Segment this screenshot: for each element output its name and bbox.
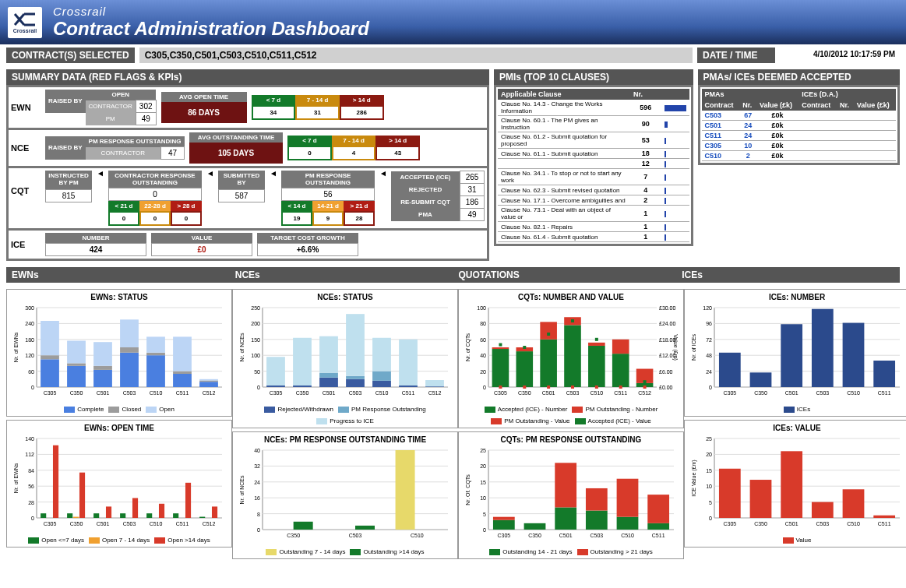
svg-rect-287 bbox=[750, 480, 772, 518]
pmi-row[interactable]: Clause No. 61.1 - Submit quotation18 bbox=[498, 149, 689, 159]
svg-rect-21 bbox=[67, 341, 86, 364]
svg-text:Nr. Of. CQTs: Nr. Of. CQTs bbox=[465, 474, 471, 505]
nce-avg-out: 105 DAYS bbox=[189, 143, 283, 164]
svg-text:120: 120 bbox=[25, 353, 34, 358]
svg-rect-184 bbox=[612, 354, 629, 387]
pmi-row[interactable]: Clause No. 17.1 - Overcome ambiguities a… bbox=[498, 195, 689, 206]
svg-rect-202 bbox=[619, 361, 622, 364]
svg-text:32: 32 bbox=[254, 463, 260, 469]
svg-text:84: 84 bbox=[28, 468, 34, 474]
page-title: Contract Administration Dashboard bbox=[53, 18, 369, 40]
svg-text:0: 0 bbox=[257, 385, 260, 390]
svg-text:£12.00: £12.00 bbox=[659, 353, 676, 358]
svg-text:C512: C512 bbox=[203, 521, 216, 526]
chart-nce-out[interactable]: NCEs: PM RESPONSE OUTSTANDING TIME081624… bbox=[232, 431, 458, 559]
svg-text:C305: C305 bbox=[497, 533, 510, 538]
svg-rect-41 bbox=[199, 379, 218, 381]
svg-text:£30.00: £30.00 bbox=[659, 305, 676, 311]
pma-row[interactable]: C5102£0k bbox=[702, 151, 897, 161]
pma-row[interactable]: C50367£0k bbox=[702, 111, 897, 121]
svg-rect-238 bbox=[617, 479, 639, 517]
chart-ewn-status[interactable]: EWNs: STATUS060120180240300Nr. of EWNsC3… bbox=[6, 289, 232, 417]
svg-rect-197 bbox=[499, 343, 502, 347]
pmi-row[interactable]: Clause No. 62.3 - Submit revised quotati… bbox=[498, 185, 689, 195]
svg-text:C511: C511 bbox=[878, 521, 891, 526]
svg-text:C503: C503 bbox=[816, 521, 829, 526]
contracts-selected[interactable]: C305,C350,C501,C503,C510,C511,C512 bbox=[139, 48, 693, 63]
chart-cqt-nv[interactable]: CQTs: NUMBER AND VALUE020406080100Nr. of… bbox=[458, 289, 684, 428]
svg-text:C510: C510 bbox=[411, 533, 424, 538]
svg-rect-145 bbox=[294, 522, 313, 530]
ice-row: ICE NUMBER 424 VALUE £0 TARGET COST GROW… bbox=[11, 233, 485, 256]
svg-text:20: 20 bbox=[706, 452, 712, 457]
svg-rect-295 bbox=[873, 516, 895, 518]
svg-rect-193 bbox=[571, 386, 574, 389]
svg-rect-72 bbox=[132, 498, 138, 519]
svg-rect-35 bbox=[173, 374, 192, 387]
svg-text:40: 40 bbox=[254, 448, 260, 453]
chart-ewn-open[interactable]: EWNs: OPEN TIME0285684112140Nr. of EWNsC… bbox=[6, 420, 232, 548]
ewn-avg-open: 86 DAYS bbox=[161, 102, 247, 123]
svg-rect-64 bbox=[79, 473, 85, 518]
svg-text:C511: C511 bbox=[614, 390, 627, 396]
svg-text:8: 8 bbox=[257, 512, 260, 517]
pma-row[interactable]: C51124£0k bbox=[702, 131, 897, 141]
svg-text:C510: C510 bbox=[590, 390, 603, 396]
svg-rect-148 bbox=[355, 526, 375, 530]
svg-text:C503: C503 bbox=[123, 521, 136, 526]
svg-text:C510: C510 bbox=[375, 390, 389, 396]
pmi-row[interactable]: Clause No. 82.1 - Repairs1 bbox=[498, 222, 689, 232]
svg-text:0: 0 bbox=[483, 527, 486, 533]
svg-text:C510: C510 bbox=[150, 390, 163, 396]
svg-rect-225 bbox=[493, 520, 515, 530]
pmi-row[interactable]: Clause No. 61.4 - Submit quotation1 bbox=[498, 232, 689, 242]
chart-cqt-out[interactable]: CQTs: PM RESPONSE OUTSTANDING0510152025N… bbox=[458, 431, 684, 559]
svg-text:80: 80 bbox=[480, 321, 486, 326]
chart-nce-status[interactable]: NCEs: STATUS050100150200250Nr. of NCEsC3… bbox=[232, 289, 458, 428]
svg-rect-117 bbox=[372, 381, 391, 387]
chart-ice-num[interactable]: ICEs: NUMBER024487296120Nr. of ICEsC305C… bbox=[684, 289, 906, 417]
ewn-row: EWN RAISED BY OPEN CONTRACTOR302 PM49 AV… bbox=[11, 90, 485, 125]
svg-text:C511: C511 bbox=[878, 390, 891, 396]
svg-text:56: 56 bbox=[28, 484, 34, 489]
svg-rect-258 bbox=[719, 353, 741, 387]
svg-text:0: 0 bbox=[31, 516, 34, 521]
svg-rect-176 bbox=[540, 322, 557, 339]
pmi-row[interactable]: Clause No. 34.1 - To stop or not to star… bbox=[498, 169, 689, 185]
svg-text:0: 0 bbox=[709, 385, 712, 390]
svg-text:24: 24 bbox=[706, 369, 712, 375]
svg-rect-200 bbox=[571, 319, 574, 322]
svg-rect-63 bbox=[73, 517, 79, 518]
svg-rect-268 bbox=[873, 361, 895, 387]
pmi-row[interactable]: Clause No. 14.3 - Change the Works Infor… bbox=[498, 100, 689, 116]
pma-row[interactable]: C30510£0k bbox=[702, 141, 897, 151]
svg-rect-169 bbox=[492, 349, 509, 387]
svg-rect-36 bbox=[173, 371, 192, 374]
svg-rect-80 bbox=[185, 483, 191, 518]
datetime-label: DATE / TIME bbox=[697, 48, 775, 63]
svg-rect-24 bbox=[93, 366, 112, 370]
svg-rect-74 bbox=[146, 513, 152, 518]
svg-text:0: 0 bbox=[257, 527, 260, 533]
svg-text:C305: C305 bbox=[723, 390, 736, 396]
svg-rect-285 bbox=[719, 469, 741, 518]
chart-ice-val[interactable]: ICEs: VALUE0510152025ICE Value (£m)C305C… bbox=[684, 420, 906, 548]
pmi-row[interactable]: Clause No. 73.1 - Deal with an object of… bbox=[498, 206, 689, 222]
pma-row[interactable]: C50124£0k bbox=[702, 121, 897, 131]
panel-quot: QUOTATIONS bbox=[453, 267, 677, 283]
svg-text:0: 0 bbox=[31, 385, 34, 390]
svg-rect-60 bbox=[53, 445, 58, 518]
pmi-row[interactable]: 12 bbox=[498, 159, 689, 169]
svg-text:C305: C305 bbox=[44, 521, 57, 526]
pmi-row[interactable]: Clause No. 60.1 - The PM gives an Instru… bbox=[498, 116, 689, 132]
panel-ewns: EWNs bbox=[6, 267, 230, 283]
svg-text:Nr. of EWNs: Nr. of EWNs bbox=[13, 463, 19, 493]
svg-text:C350: C350 bbox=[518, 390, 531, 396]
svg-text:300: 300 bbox=[25, 305, 34, 311]
pmi-row[interactable]: Clause No. 61.2 - Submit quotation for p… bbox=[498, 132, 689, 149]
svg-rect-19 bbox=[67, 366, 86, 387]
svg-rect-101 bbox=[266, 386, 285, 387]
svg-rect-25 bbox=[93, 342, 112, 366]
svg-rect-226 bbox=[493, 517, 515, 520]
svg-text:100: 100 bbox=[251, 353, 260, 358]
